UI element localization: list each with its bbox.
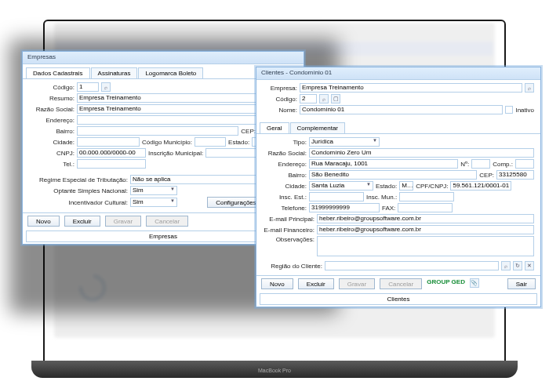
search-icon[interactable]: ⌕	[501, 261, 511, 270]
sel-simples[interactable]: Sim	[130, 186, 177, 195]
lbl-cnpj: CNPJ:	[29, 150, 75, 157]
lbl-razao: Razão Social:	[29, 106, 75, 113]
lbl-c-cep: CEP:	[479, 172, 494, 179]
inp-c-inscmun[interactable]	[399, 192, 454, 201]
btn-c-excluir[interactable]: Excluir	[298, 278, 334, 289]
inp-cnpj[interactable]: 00.000.000/0000-00	[77, 148, 146, 158]
inp-c-empresa[interactable]: Empresa Treinamento	[300, 83, 522, 93]
attach-icon[interactable]: 📎	[470, 278, 479, 288]
search-icon[interactable]: ⌕	[525, 83, 534, 93]
delete-icon[interactable]: ✕	[525, 261, 534, 270]
lbl-resumo: Resumo:	[29, 95, 75, 102]
lbl-c-cpfcnpj: CPF/CNPJ:	[416, 183, 448, 190]
lbl-c-codigo: Código:	[263, 96, 297, 103]
lbl-c-emailf: E-mail Financeiro:	[263, 227, 314, 234]
btn-c-cancelar[interactable]: Cancelar	[380, 278, 422, 289]
lbl-c-comp: Comp.:	[493, 161, 513, 168]
btn-c-sair[interactable]: Sair	[507, 278, 536, 289]
laptop-brand: MacBook Pro	[258, 368, 291, 373]
btn-excluir[interactable]: Excluir	[64, 216, 100, 227]
inp-c-nome[interactable]: Condomínio 01	[300, 105, 503, 114]
inp-bairro[interactable]	[77, 126, 238, 136]
inp-c-fax[interactable]	[398, 203, 453, 212]
status-clientes: Clientes	[260, 293, 537, 305]
inp-c-razao[interactable]: Condomínio Zero Um	[309, 148, 534, 158]
inp-cidade[interactable]	[77, 137, 140, 147]
inp-c-codigo[interactable]: 2	[300, 94, 317, 103]
lbl-c-emailp: E-mail Principal:	[263, 216, 314, 223]
inp-c-inscest[interactable]	[309, 192, 364, 201]
lbl-c-obs: Observações:	[263, 236, 314, 243]
filter-icon[interactable]: ▢	[331, 94, 340, 103]
inp-codigo[interactable]: 1	[77, 82, 99, 92]
tab-logomarca[interactable]: Logomarca Boleto	[138, 67, 203, 78]
lbl-c-empresa: Empresa:	[263, 85, 297, 92]
refresh-icon[interactable]: ↻	[513, 261, 522, 270]
sel-incentiv[interactable]: Sim	[130, 198, 177, 207]
lbl-bairro: Bairro:	[29, 128, 75, 135]
lbl-simples: Optante Simples Nacional:	[29, 187, 128, 194]
inp-c-estado[interactable]: MG	[399, 181, 413, 191]
inp-c-emailf[interactable]: heber.ribeiro@groupsoftware.com.br	[317, 225, 534, 234]
inp-c-comp[interactable]	[515, 159, 534, 169]
search-icon[interactable]: ⌕	[319, 94, 329, 103]
inp-c-cpfcnpj[interactable]: 59.561.121/0001-01	[450, 181, 511, 191]
title-empresas: Empresas	[23, 52, 304, 64]
inp-c-regiao[interactable]	[325, 261, 499, 270]
search-icon[interactable]: ⌕	[101, 82, 111, 92]
inp-tel[interactable]	[77, 159, 146, 169]
ged-label[interactable]: GROUP GED	[427, 278, 465, 289]
sel-c-cidade[interactable]: Santa Luzia	[309, 181, 373, 191]
chk-inativo[interactable]	[505, 106, 513, 114]
lbl-c-razao: Razão Social:	[263, 150, 307, 157]
inp-c-obs[interactable]	[317, 236, 534, 256]
lbl-c-fax: FAX:	[382, 205, 395, 212]
inp-c-end[interactable]: Rua Maracaju, 1001	[309, 159, 458, 169]
inp-c-np[interactable]	[471, 159, 490, 169]
btn-gravar[interactable]: Gravar	[105, 216, 141, 227]
lbl-c-inativo: Inativo	[515, 107, 534, 114]
btn-c-novo[interactable]: Novo	[261, 278, 293, 289]
window-clientes: Clientes - Condomínio 01 Empresa: Empres…	[256, 67, 541, 307]
lbl-c-cidade: Cidade:	[263, 183, 307, 190]
lbl-inscmun: Inscrição Municipal:	[148, 150, 203, 157]
lbl-tel: Tel.:	[29, 161, 75, 168]
inp-c-cep[interactable]: 33125580	[496, 170, 534, 180]
lbl-c-end: Endereço:	[263, 161, 307, 168]
lbl-c-tipo: Tipo:	[263, 139, 307, 146]
inp-codmun[interactable]	[195, 137, 226, 147]
lbl-codmun: Código Município:	[142, 139, 192, 146]
lbl-c-tel: Telefone:	[263, 205, 307, 212]
lbl-cidade: Cidade:	[29, 139, 75, 146]
lbl-c-inscest: Insc. Est.:	[263, 194, 307, 201]
inp-c-bairro[interactable]: São Benedito	[309, 170, 477, 180]
btn-cancelar[interactable]: Cancelar	[146, 216, 188, 227]
lbl-c-inscmun: Insc. Mun.:	[366, 194, 397, 201]
lbl-c-np: Nº:	[460, 161, 469, 168]
lbl-c-estado: Estado:	[376, 183, 397, 190]
title-clientes: Clientes - Condomínio 01	[256, 67, 540, 80]
lbl-endereco: Endereço:	[29, 117, 75, 124]
lbl-c-bairro: Bairro:	[263, 172, 307, 179]
tab-geral[interactable]: Geral	[260, 122, 289, 133]
lbl-incentiv: Incentivador Cultural:	[29, 199, 128, 206]
lbl-regime: Regime Especial de Tributação:	[29, 176, 128, 183]
btn-c-gravar[interactable]: Gravar	[339, 278, 375, 289]
inp-c-tel[interactable]: 31999999999	[309, 203, 380, 212]
tab-assinaturas[interactable]: Assinaturas	[91, 67, 138, 78]
tab-complementar[interactable]: Complementar	[290, 122, 345, 133]
lbl-codigo: Código:	[29, 84, 75, 91]
sel-c-tipo[interactable]: Jurídica	[309, 137, 380, 147]
lbl-estado: Estado:	[228, 139, 249, 146]
lbl-c-nome: Nome:	[263, 107, 297, 114]
tab-dados-cadastrais[interactable]: Dados Cadastrais	[26, 67, 90, 78]
inp-c-emailp[interactable]: heber.ribeiro@groupsoftware.com.br	[317, 214, 534, 223]
lbl-c-regiao: Região do Cliente:	[263, 263, 322, 270]
lbl-cep: CEP:	[241, 128, 256, 135]
btn-novo[interactable]: Novo	[27, 216, 60, 227]
